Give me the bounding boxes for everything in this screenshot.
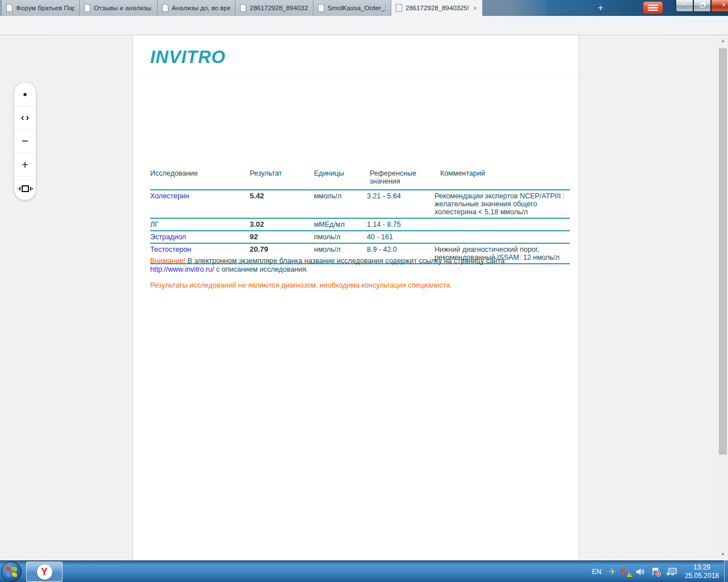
start-button[interactable]	[1, 562, 22, 582]
browser-menu-button[interactable]	[643, 1, 663, 14]
clock-date: 25.05.2018	[685, 572, 719, 580]
network-icon[interactable]	[667, 567, 677, 577]
taskbar-clock[interactable]: 13:29 25.05.2018	[682, 563, 723, 580]
col-header-comment: Комментарий	[435, 168, 570, 187]
tab-smolkassa[interactable]: SmolKassa_Order_139	[313, 0, 391, 16]
tab-forum[interactable]: Форум братьев Парке	[2, 0, 80, 16]
table-row: Холестерин 5.42 ммоль/л 3.21 - 5.64 Реко…	[150, 190, 570, 219]
vertical-scrollbar[interactable]: ▲ ▼	[718, 35, 728, 560]
tab-pdf-active[interactable]: 286172928_89403259_ ×	[391, 0, 482, 16]
test-name-link[interactable]: Тестостерон	[150, 246, 191, 253]
pdf-page-nav: ‹›	[14, 106, 36, 130]
reference-value: 1.14 - 8.75	[367, 219, 435, 230]
language-indicator[interactable]: EN	[590, 568, 604, 576]
kaspersky-icon[interactable]: K !	[621, 567, 631, 576]
table-row: Эстрадиол 92 пмоль/л 40 - 161	[150, 231, 570, 244]
scrollbar-thumb[interactable]	[719, 48, 727, 455]
pdf-viewport: INVITRO Исследование Результат Единицы Р…	[0, 35, 728, 560]
result-value: 3.02	[250, 219, 314, 230]
prev-page-icon[interactable]: ‹	[21, 112, 24, 123]
window-minimize-button[interactable]: –	[676, 0, 693, 12]
units-value: ммоль/л	[314, 190, 367, 218]
scroll-up-icon[interactable]: ▲	[718, 36, 728, 45]
windows-taskbar: Y EN ✈ K ! 13:29 25.05.2018	[0, 560, 728, 582]
system-tray: EN ✈ K ! 13:29 25.05.2018	[590, 561, 723, 582]
col-header-reference: Референсные значения	[367, 168, 435, 187]
comment-value	[435, 219, 570, 230]
results-table: Исследование Результат Единицы Референсн…	[150, 167, 570, 264]
invitro-site-link[interactable]: http://www.invitro.ru/	[150, 265, 214, 273]
fit-width-button[interactable]	[14, 177, 36, 200]
table-row: ЛГ 3.02 мМЕд/мл 1.14 - 8.75	[150, 219, 570, 231]
table-header-row: Исследование Результат Единицы Референсн…	[150, 167, 570, 190]
test-name-link[interactable]: Эстрадиол	[150, 233, 186, 241]
airplane-mode-icon[interactable]: ✈	[609, 567, 616, 577]
window-restore-button[interactable]	[693, 0, 711, 12]
scroll-down-icon[interactable]: ▼	[718, 550, 728, 559]
attention-label: Внимание!	[150, 257, 185, 265]
tab-label: 286172928_89403259_	[406, 5, 469, 11]
pdf-marker-button[interactable]: ●	[14, 82, 36, 106]
result-value: 92	[250, 231, 314, 243]
yandex-browser-icon: Y	[37, 564, 52, 580]
windows-flag-icon	[6, 567, 17, 577]
window-close-button[interactable]: ×	[711, 0, 728, 12]
document-icon	[6, 4, 13, 12]
window-controls: – ×	[676, 0, 728, 12]
invitro-logo: INVITRO	[150, 47, 226, 68]
test-name-link[interactable]: Холестерин	[150, 192, 189, 200]
tab-close-icon[interactable]: ×	[472, 5, 478, 12]
reference-value: 40 - 161	[367, 231, 435, 243]
tab-reviews[interactable]: Отзывы и анализы о п	[80, 0, 158, 16]
pdf-toolbar: ● ‹› − +	[14, 82, 36, 200]
comment-value: Рекомендации экспертов NCEP/ATPIII : жел…	[435, 190, 570, 218]
col-header-result: Результат	[250, 168, 314, 187]
tab-label: Отзывы и анализы о п	[94, 5, 152, 11]
tab-label: Анализы до, во время	[172, 5, 230, 11]
document-icon	[240, 4, 246, 12]
notice-text-1: В электронном экземпляре бланка название…	[185, 257, 504, 265]
comment-value	[435, 231, 570, 243]
restore-icon	[700, 3, 705, 7]
disclaimer-text: Результаты исследований не являются диаг…	[150, 281, 532, 289]
units-value: мМЕд/мл	[314, 219, 367, 230]
next-page-icon[interactable]: ›	[26, 112, 30, 123]
tab-strip: Форум братьев Парке Отзывы и анализы о п…	[2, 0, 482, 16]
header-divider	[133, 74, 580, 75]
action-center-flag-icon[interactable]	[651, 567, 661, 577]
zoom-in-button[interactable]: +	[14, 153, 36, 177]
show-desktop-button[interactable]	[724, 560, 728, 582]
clock-time: 13:29	[685, 563, 719, 572]
zoom-out-button[interactable]: −	[14, 130, 36, 153]
document-icon	[318, 4, 324, 12]
tab-pdf-1[interactable]: 286172928_89403259_	[235, 0, 313, 16]
address-bar: ← Я ↻ file:///C:/Users/wadim/Desktop/286…	[0, 16, 728, 35]
test-name: ЛГ	[150, 221, 159, 228]
document-icon	[84, 4, 90, 12]
reference-value: 3.21 - 5.64	[367, 190, 435, 218]
document-icon	[162, 4, 168, 12]
taskbar-yandex-browser-button[interactable]: Y	[26, 562, 63, 582]
fit-width-icon	[22, 185, 29, 192]
col-header-units: Единицы	[314, 168, 367, 187]
document-icon	[396, 4, 402, 12]
units-value: пмоль/л	[314, 231, 367, 243]
result-value: 5.42	[250, 190, 314, 218]
notice-paragraph: Внимание! В электронном экземпляре бланк…	[150, 257, 532, 274]
browser-tab-bar: Форум братьев Парке Отзывы и анализы о п…	[0, 0, 728, 16]
new-tab-button[interactable]: +	[593, 2, 608, 14]
col-header-test: Исследование	[150, 168, 250, 187]
tab-analyses[interactable]: Анализы до, во время	[158, 0, 235, 16]
tab-label: SmolKassa_Order_139	[328, 5, 386, 11]
notice-text-2: с описанием исследования.	[214, 265, 308, 273]
volume-icon[interactable]	[636, 567, 646, 576]
pdf-page: INVITRO Исследование Результат Единицы Р…	[133, 35, 579, 560]
tab-label: Форум братьев Парке	[16, 5, 75, 11]
tab-label: 286172928_89403259_	[250, 5, 308, 11]
